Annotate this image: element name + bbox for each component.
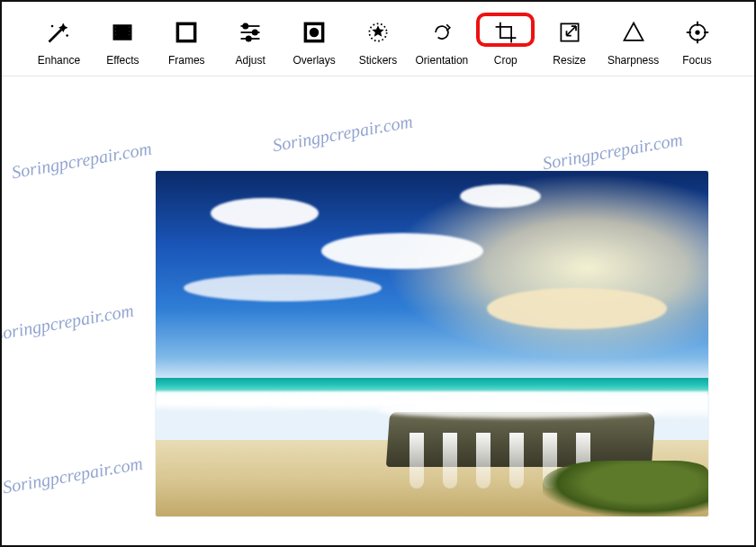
stickers-icon <box>364 18 392 47</box>
tool-orientation[interactable]: Orientation <box>410 18 473 67</box>
tool-label: Enhance <box>38 54 80 67</box>
tool-label: Adjust <box>235 54 265 67</box>
svg-point-14 <box>253 30 257 34</box>
svg-point-21 <box>695 30 699 34</box>
tool-crop[interactable]: Crop <box>473 18 537 67</box>
svg-point-1 <box>67 34 69 37</box>
tool-label: Crop <box>494 54 518 67</box>
svg-rect-9 <box>178 23 195 40</box>
tool-frames[interactable]: Frames <box>155 18 219 67</box>
frames-icon <box>172 18 201 47</box>
tool-label: Overlays <box>292 54 335 67</box>
svg-point-17 <box>310 28 320 38</box>
tool-label: Sharpness <box>608 54 659 67</box>
svg-point-15 <box>247 36 251 40</box>
svg-point-0 <box>51 25 54 28</box>
canvas-area[interactable]: Soringpcrepair.com Soringpcrepair.com So… <box>2 87 754 545</box>
tool-label: Orientation <box>416 54 469 67</box>
enhance-icon <box>44 18 73 47</box>
tool-sharpness[interactable]: Sharpness <box>601 18 665 67</box>
tool-label: Focus <box>682 54 712 67</box>
tool-effects[interactable]: Effects <box>91 18 155 67</box>
svg-rect-6 <box>129 26 130 28</box>
svg-rect-3 <box>115 26 117 28</box>
tool-resize[interactable]: Resize <box>537 18 601 67</box>
adjust-icon <box>236 18 265 47</box>
watermark: Soringpcrepair.com <box>541 129 684 174</box>
orientation-icon <box>428 18 456 47</box>
tool-overlays[interactable]: Overlays <box>283 18 346 67</box>
svg-point-13 <box>243 23 248 28</box>
watermark: Soringpcrepair.com <box>2 453 144 498</box>
tool-enhance[interactable]: Enhance <box>27 18 91 67</box>
tool-stickers[interactable]: Stickers <box>346 18 410 67</box>
app-window: Enhance Effects Frames Adjust Overlays <box>0 0 756 547</box>
tool-adjust[interactable]: Adjust <box>219 18 283 67</box>
crop-icon <box>491 18 520 47</box>
editor-toolbar: Enhance Effects Frames Adjust Overlays <box>2 2 754 76</box>
tool-label: Resize <box>553 54 586 67</box>
sharpness-icon <box>619 18 648 47</box>
svg-rect-8 <box>129 34 130 36</box>
overlays-icon <box>300 18 328 47</box>
watermark: Soringpcrepair.com <box>2 300 135 345</box>
tool-label: Effects <box>106 54 139 67</box>
svg-rect-5 <box>115 34 117 36</box>
resize-icon <box>555 18 584 47</box>
focus-icon <box>683 18 712 47</box>
effects-icon <box>108 18 137 47</box>
edited-image[interactable] <box>156 171 708 516</box>
tool-label: Frames <box>168 54 205 67</box>
watermark: Soringpcrepair.com <box>271 111 414 156</box>
svg-rect-7 <box>129 30 130 31</box>
svg-rect-4 <box>115 30 117 31</box>
tool-label: Stickers <box>359 54 398 67</box>
tool-focus[interactable]: Focus <box>665 18 729 67</box>
watermark: Soringpcrepair.com <box>10 138 153 183</box>
